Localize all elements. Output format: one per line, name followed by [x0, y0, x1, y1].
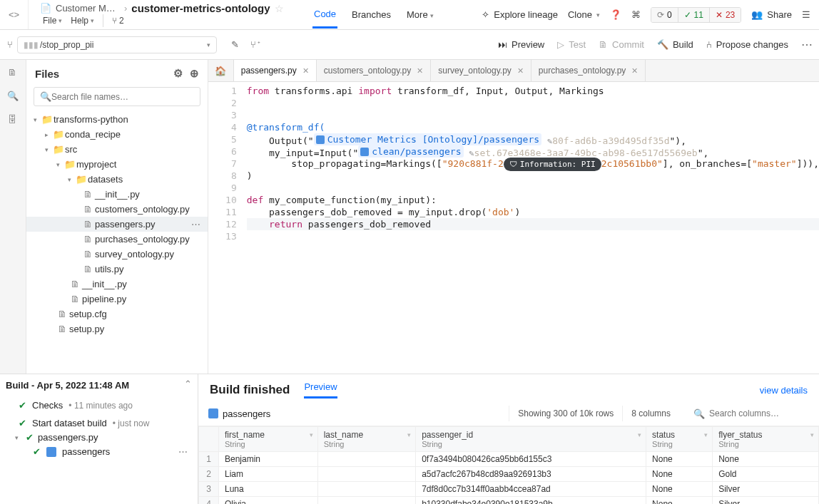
dataset-name[interactable]: passengers [208, 408, 270, 419]
editor-home-tab[interactable]: 🏠 [208, 60, 234, 81]
share-button[interactable]: 👥Share [751, 9, 792, 20]
settings-icon[interactable]: ⚙ [173, 67, 183, 80]
chevron-down-icon[interactable]: ▾ [310, 431, 313, 438]
view-details-link[interactable]: view details [760, 385, 808, 396]
more-icon[interactable]: ⋯ [191, 219, 200, 230]
column-search[interactable]: 🔍 [686, 408, 809, 419]
tree-file-utils[interactable]: 🗎utils.py [26, 262, 208, 277]
file-icon: 🗎 [69, 294, 82, 304]
build-button[interactable]: 🔨Build [657, 39, 693, 50]
test-button[interactable]: ▷Test [557, 39, 586, 50]
branch-count[interactable]: ⑂2 [109, 15, 127, 26]
build-row-file[interactable]: ▾✔passengers.py [4, 432, 193, 443]
preview-table[interactable]: first_nameString▾ last_nameString▾ passe… [198, 426, 819, 504]
chevron-down-icon[interactable]: ▾ [638, 431, 641, 438]
table-row[interactable]: 4Oliviab10330dfabe34e0390e181533a9bNoneS… [199, 497, 819, 505]
tree-file-pipeline[interactable]: 🗎pipeline.py [26, 292, 208, 307]
col-passenger-id[interactable]: passenger_idString▾ [416, 427, 646, 452]
check-icon: ✔ [33, 446, 41, 457]
file-search-input[interactable] [51, 92, 194, 102]
code-editor[interactable]: 12345678910111213 from transforms.api im… [208, 82, 819, 374]
panel-toggle-icon[interactable]: ☰ [802, 9, 810, 20]
file-icon: 🗎 [82, 204, 95, 215]
tree-file-purchases[interactable]: 🗎purchases_ontology.py [26, 232, 208, 247]
chevron-down-icon[interactable]: ▾ [704, 431, 708, 438]
propose-changes-button[interactable]: ⑃Propose changes [706, 39, 788, 50]
status-fail[interactable]: ✕23 [710, 8, 741, 22]
app-logo[interactable]: <> [0, 0, 29, 29]
menu-help[interactable]: Help▾ [68, 15, 97, 26]
output-dataset-link[interactable]: Customer Metrics [Ontology]/passengers [314, 133, 541, 145]
editor-tab-passengers[interactable]: passengers.py✕ [234, 60, 317, 81]
edit-icon[interactable]: ✎ [231, 39, 239, 50]
pencil-icon[interactable]: ✎ [469, 148, 474, 158]
close-tab-icon[interactable]: ✕ [302, 66, 309, 76]
tree-file-survey[interactable]: 🗎survey_ontology.py [26, 247, 208, 262]
chevron-down-icon[interactable]: ▾ [810, 431, 814, 438]
close-tab-icon[interactable]: ✕ [417, 66, 423, 76]
marking-info-badge[interactable]: 🛡Information: PII [504, 158, 601, 171]
chevron-down-icon[interactable]: ▾ [407, 431, 411, 438]
add-file-icon[interactable]: ⊕ [190, 67, 199, 80]
close-tab-icon[interactable]: ✕ [631, 66, 638, 76]
preview-tab[interactable]: Preview [304, 381, 337, 398]
tab-code[interactable]: Code [312, 1, 337, 29]
check-icon: ✔ [19, 400, 26, 411]
tree-folder-myproject[interactable]: ▾📁myproject [26, 157, 208, 172]
col-first-name[interactable]: first_nameString▾ [219, 427, 318, 452]
new-branch-icon[interactable]: ⑂⁺ [250, 39, 262, 50]
folder-icon: 📁 [52, 129, 65, 140]
branch-selector[interactable]: ▮▮▮ /stop_prop_pii ▾ [17, 36, 217, 53]
clone-button[interactable]: Clone▾ [568, 9, 600, 20]
tree-folder-src[interactable]: ▾📁src [26, 142, 208, 157]
preview-button[interactable]: ⏭Preview [498, 39, 544, 50]
col-last-name[interactable]: last_nameString▾ [317, 427, 415, 452]
tree-file-passengers[interactable]: 🗎passengers.py⋯ [26, 217, 208, 232]
tree-file-customers[interactable]: 🗎customers_ontology.py [26, 202, 208, 217]
files-rail-icon[interactable]: 🗎 [8, 67, 17, 78]
table-row[interactable]: 1Benjamin0f7a3494b080426ca95bb6d155c3Non… [199, 452, 819, 467]
commit-button[interactable]: 🗎Commit [599, 39, 644, 50]
collapse-panel-icon[interactable]: ⌃ [184, 379, 192, 389]
tree-folder-root[interactable]: ▾📁transforms-python [26, 112, 208, 127]
shortcuts-icon[interactable]: ⌘ [631, 9, 641, 20]
table-row[interactable]: 3Luna7df8d0cc7b314ff0aabb4ccea87adNoneSi… [199, 482, 819, 497]
tree-file-setuppy[interactable]: 🗎setup.py [26, 322, 208, 336]
col-status[interactable]: statusString▾ [646, 427, 713, 452]
file-search[interactable]: 🔍 [34, 87, 200, 106]
column-search-input[interactable] [709, 408, 802, 418]
more-actions-icon[interactable]: ⋯ [801, 38, 813, 51]
tree-folder-datasets[interactable]: ▾📁datasets [26, 172, 208, 187]
tree-file-init2[interactable]: 🗎__init__.py [26, 277, 208, 292]
tab-branches[interactable]: Branches [350, 2, 392, 27]
editor-tab-customers[interactable]: customers_ontology.py✕ [317, 60, 432, 81]
input-dataset-link[interactable]: clean/passengers [358, 145, 463, 158]
package-rail-icon[interactable]: 🗄 [8, 114, 17, 125]
ci-status-box[interactable]: ⟳0 ✓11 ✕23 [651, 7, 741, 23]
folder-icon: 📁 [75, 174, 88, 185]
play-icon: ▷ [557, 39, 564, 50]
build-row-dataset[interactable]: ✔Start dataset build• just now [4, 414, 193, 432]
editor-tab-purchases[interactable]: purchases_ontology.py✕ [531, 60, 646, 81]
build-row-checks[interactable]: ✔Checks• 11 minutes ago [4, 396, 193, 414]
tree-file-setupcfg[interactable]: 🗎setup.cfg [26, 307, 208, 322]
menu-file[interactable]: File▾ [40, 15, 65, 26]
tree-folder-conda[interactable]: ▸📁conda_recipe [26, 127, 208, 142]
close-tab-icon[interactable]: ✕ [517, 66, 524, 76]
editor-tab-survey[interactable]: survey_ontology.py✕ [431, 60, 531, 81]
tab-more[interactable]: More ▾ [405, 2, 435, 27]
commit-icon: 🗎 [599, 39, 608, 50]
help-icon[interactable]: ❓ [610, 9, 621, 20]
status-pass[interactable]: ✓11 [678, 8, 710, 22]
build-row-passengers[interactable]: ✔passengers⋯ [4, 443, 193, 461]
more-icon[interactable]: ⋯ [178, 446, 188, 457]
col-flyer-status[interactable]: flyer_statusString▾ [713, 427, 819, 452]
status-sync[interactable]: ⟳0 [651, 8, 678, 22]
search-rail-icon[interactable]: 🔍 [7, 91, 19, 101]
tree-file-init[interactable]: 🗎__init__.py [26, 187, 208, 202]
breadcrumb-parent[interactable]: Customer Me… [56, 3, 120, 14]
explore-lineage-button[interactable]: ✧Explore lineage [482, 9, 558, 20]
table-row[interactable]: 2Liama5d7acfc267b48cd89aa926913b3NoneGol… [199, 467, 819, 482]
breadcrumb-title[interactable]: customer-metrics-ontology [131, 2, 270, 14]
favorite-star-icon[interactable]: ☆ [275, 3, 284, 14]
